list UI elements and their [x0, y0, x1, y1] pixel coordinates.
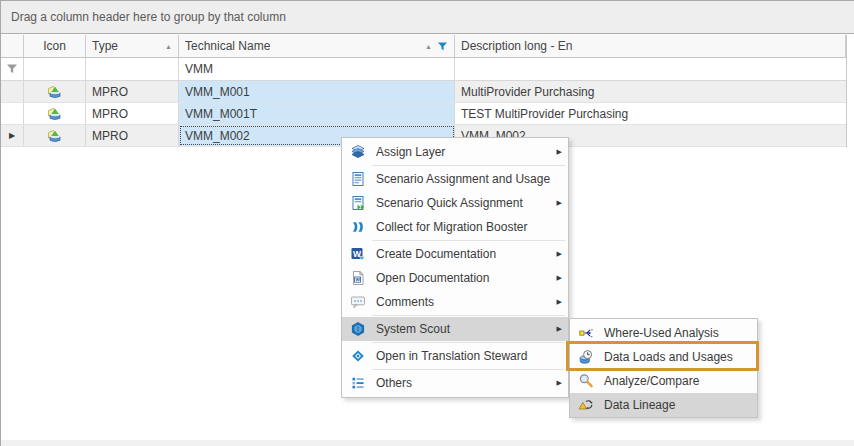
menu-item-assign-layer[interactable]: Assign Layer ▶ — [342, 140, 568, 164]
menu-separator — [372, 315, 565, 316]
header-indicator-cell — [1, 35, 24, 57]
menu-separator — [372, 165, 565, 166]
description-cell[interactable]: TEST MultiProvider Purchasing — [455, 103, 846, 124]
submenu-arrow-icon: ▶ — [552, 298, 562, 306]
row-indicator-cell — [1, 103, 24, 124]
document-lines-icon — [350, 171, 366, 187]
multiprovider-icon — [47, 128, 63, 144]
menu-item-label: Open Documentation — [376, 271, 552, 285]
hexagon-globe-icon — [350, 321, 366, 337]
multiprovider-icon — [47, 84, 63, 100]
menu-separator — [372, 369, 565, 370]
column-header-icon[interactable]: Icon — [24, 35, 86, 57]
filter-input-type[interactable] — [86, 58, 179, 80]
menu-item-scenario-assignment[interactable]: Scenario Assignment and Usage — [342, 167, 568, 191]
menu-item-scenario-quick-assignment[interactable]: Scenario Quick Assignment ▶ — [342, 191, 568, 215]
submenu-arrow-icon: ▶ — [552, 250, 562, 258]
type-cell[interactable]: MPRO — [86, 125, 179, 146]
submenu-arrow-icon: ▶ — [552, 379, 562, 387]
filter-row-indicator — [1, 58, 24, 80]
submenu-arrow-icon: ▶ — [552, 274, 562, 282]
submenu-arrow-icon: ▶ — [552, 325, 562, 333]
submenu-arrow-icon: ▶ — [552, 199, 562, 207]
menu-item-label: Analyze/Compare — [604, 374, 751, 388]
description-cell[interactable]: MultiProvider Purchasing — [455, 81, 846, 102]
menu-item-create-documentation[interactable]: W Create Documentation ▶ — [342, 242, 568, 266]
menu-item-label: Data Lineage — [604, 398, 751, 412]
submenu-item-analyze-compare[interactable]: Analyze/Compare — [570, 369, 757, 393]
menu-item-label: Open in Translation Steward — [376, 349, 552, 363]
menu-item-comments[interactable]: Comments ▶ — [342, 290, 568, 314]
column-header-technical-name[interactable]: Technical Name ▲ — [179, 35, 455, 57]
menu-item-label: Others — [376, 376, 552, 390]
row-indicator-cell: ▶ — [1, 125, 24, 146]
menu-item-label: Scenario Quick Assignment — [376, 196, 552, 210]
filter-active-icon[interactable] — [437, 41, 448, 52]
filter-row: VMM — [1, 58, 846, 81]
svg-text:w: w — [354, 276, 360, 282]
row-icon-cell — [24, 81, 86, 102]
table-row[interactable]: MPRO VMM_M001T TEST MultiProvider Purcha… — [1, 103, 846, 125]
window-bottom-edge — [1, 440, 854, 446]
column-header-row: Icon Type ▲ Technical Name ▲ Description… — [1, 35, 846, 58]
focused-row-arrow-icon: ▶ — [9, 131, 15, 140]
technical-name-cell[interactable]: VMM_M001 — [179, 81, 455, 102]
column-header-label: Technical Name — [185, 39, 270, 53]
menu-item-label: Collect for Migration Booster — [376, 220, 552, 234]
filter-input-icon[interactable] — [24, 58, 86, 80]
diamond-icon — [350, 348, 366, 364]
menu-separator — [372, 342, 565, 343]
column-header-label: Type — [92, 39, 118, 53]
menu-separator — [372, 240, 565, 241]
menu-item-label: Assign Layer — [376, 145, 552, 159]
multiprovider-icon — [47, 106, 63, 122]
type-cell[interactable]: MPRO — [86, 103, 179, 124]
app-window: Drag a column header here to group by th… — [0, 0, 854, 446]
column-header-label: Icon — [43, 39, 66, 53]
document-fast-icon — [350, 195, 366, 211]
menu-item-collect-migration-booster[interactable]: Collect for Migration Booster — [342, 215, 568, 239]
submenu-arrow-icon: ▶ — [552, 148, 562, 156]
lineage-icon — [578, 397, 594, 413]
row-icon-cell — [24, 125, 86, 146]
row-indicator-cell — [1, 81, 24, 102]
annotation-highlight-box — [566, 341, 759, 371]
layers-icon — [350, 144, 366, 160]
menu-item-others[interactable]: Others ▶ — [342, 371, 568, 395]
menu-item-label: Scenario Assignment and Usage — [376, 172, 552, 186]
menu-item-open-documentation[interactable]: w Open Documentation ▶ — [342, 266, 568, 290]
row-icon-cell — [24, 103, 86, 124]
submenu-item-data-lineage[interactable]: Data Lineage — [570, 393, 757, 417]
menu-item-label: Create Documentation — [376, 247, 552, 261]
column-header-description[interactable]: Description long - En — [455, 35, 846, 57]
filter-input-description[interactable] — [455, 58, 846, 80]
column-header-type[interactable]: Type ▲ — [86, 35, 179, 57]
group-by-panel[interactable]: Drag a column header here to group by th… — [1, 0, 854, 34]
where-used-icon — [578, 325, 594, 341]
menu-item-label: System Scout — [376, 322, 552, 336]
list-icon — [350, 375, 366, 391]
type-cell[interactable]: MPRO — [86, 81, 179, 102]
context-menu: Assign Layer ▶ Scenario Assignment and U… — [341, 137, 569, 398]
column-header-label: Description long - En — [461, 39, 572, 53]
menu-item-label: Comments — [376, 295, 552, 309]
table-row[interactable]: MPRO VMM_M001 MultiProvider Purchasing — [1, 81, 846, 103]
double-chevron-icon — [350, 219, 366, 235]
filter-row-icon — [6, 63, 18, 75]
group-by-panel-text: Drag a column header here to group by th… — [11, 10, 286, 24]
magnifier-icon — [578, 373, 594, 389]
menu-item-open-translation-steward[interactable]: Open in Translation Steward — [342, 344, 568, 368]
sort-asc-icon: ▲ — [161, 43, 172, 50]
filter-input-technical-name[interactable]: VMM — [179, 58, 455, 80]
speech-bubble-icon — [350, 294, 366, 310]
sort-asc-icon: ▲ — [421, 43, 432, 50]
word-doc-icon: w — [350, 270, 366, 286]
menu-item-system-scout[interactable]: System Scout ▶ — [342, 317, 568, 341]
technical-name-cell[interactable]: VMM_M001T — [179, 103, 455, 124]
menu-item-label: Where-Used Analysis — [604, 326, 751, 340]
filter-value: VMM — [185, 62, 213, 76]
word-new-icon: W — [350, 246, 366, 262]
data-grid: Icon Type ▲ Technical Name ▲ Description… — [1, 35, 847, 147]
